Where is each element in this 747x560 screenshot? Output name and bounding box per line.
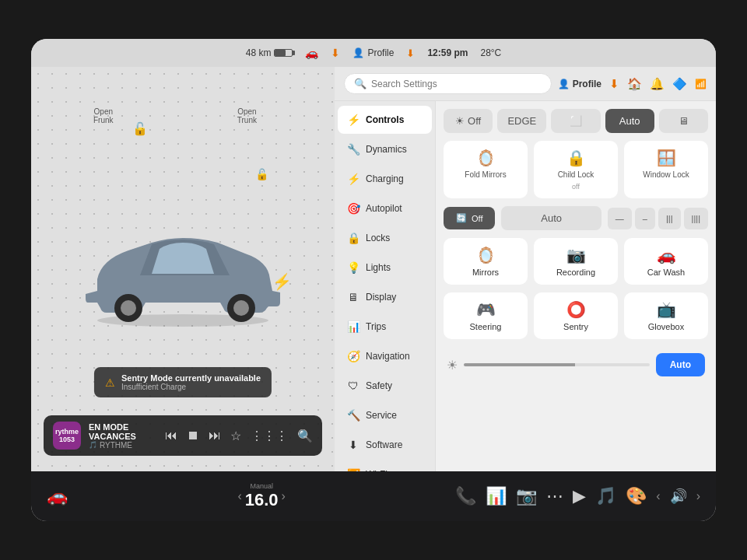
download-status-icon: ⬇: [331, 47, 340, 59]
svg-text:⚡: ⚡: [272, 272, 292, 291]
menu-item-software[interactable]: ⬇ Software: [338, 431, 432, 459]
radio-widget: rythme 1053 EN MODE VACANCES 🎵 RYTHME ⏮ …: [44, 415, 322, 456]
bluetooth-icon[interactable]: 🔷: [672, 77, 687, 91]
spotify-icon[interactable]: 🎵: [595, 486, 616, 506]
search-input[interactable]: [371, 79, 542, 89]
more-icon[interactable]: ⋯: [546, 486, 563, 506]
trips-icon: 📊: [347, 320, 359, 333]
sentry-warning: ⚠ Sentry Mode currently unavailable Insu…: [94, 367, 272, 397]
window-lock-icon: 🪟: [657, 149, 676, 167]
mirrors-action-card[interactable]: 🪞 Mirrors: [444, 238, 528, 285]
brightness-slider[interactable]: [464, 363, 650, 366]
radio-controls[interactable]: ⏮ ⏹ ⏭ ☆ ⋮⋮⋮ 🔍: [165, 429, 313, 443]
home-icon[interactable]: 🏠: [627, 77, 642, 91]
mode-edge-btn[interactable]: EDGE: [497, 109, 546, 133]
range-value: 48 km: [246, 47, 272, 58]
vol-right-arrow[interactable]: ›: [696, 489, 700, 503]
fold-mirrors-icon: 🪞: [476, 149, 496, 167]
search-input-wrap[interactable]: 🔍: [344, 73, 552, 94]
steering-card[interactable]: 🎮 Steering: [444, 292, 528, 339]
phone-icon[interactable]: 📞: [455, 486, 476, 506]
dynamics-label: Dynamics: [366, 144, 407, 155]
gear-left-arrow[interactable]: ‹: [237, 489, 241, 503]
gear-value: 16.0: [245, 490, 279, 510]
gear-right-arrow[interactable]: ›: [282, 489, 286, 503]
gear-display: Manual 16.0: [245, 482, 279, 510]
profile-header[interactable]: 👤 Profile: [558, 79, 601, 89]
next-button[interactable]: ⏭: [209, 429, 221, 443]
wiper-icon: 🔄: [456, 213, 467, 223]
trips-label: Trips: [366, 321, 386, 332]
child-lock-icon: 🔒: [566, 149, 586, 167]
vol-left-arrow[interactable]: ‹: [656, 489, 660, 503]
auto-brightness-btn[interactable]: Auto: [656, 353, 705, 376]
radio-taskbar-icon[interactable]: 📊: [486, 486, 507, 506]
search-radio-button[interactable]: 🔍: [297, 429, 313, 443]
wiper-speed-3[interactable]: |||: [658, 208, 681, 229]
volume-icon[interactable]: 🔊: [670, 488, 687, 505]
apps-icon[interactable]: 🎨: [626, 486, 647, 506]
software-label: Software: [366, 439, 402, 450]
child-lock-card[interactable]: 🔒 Child Lock off: [534, 141, 618, 198]
menu-item-charging[interactable]: ⚡ Charging: [338, 165, 432, 193]
wipers-auto-btn[interactable]: Auto: [501, 206, 601, 230]
door-lock-icon: 🔓: [255, 168, 268, 180]
wiper-speed-4[interactable]: ||||: [684, 208, 708, 229]
menu-item-display[interactable]: 🖥 Display: [338, 283, 432, 311]
car-wash-card[interactable]: 🚗 Car Wash: [624, 238, 708, 285]
lights-icon: 💡: [347, 261, 359, 274]
car-taskbar-icon: 🚗: [47, 486, 68, 506]
recording-card[interactable]: 📷 Recording: [534, 238, 618, 285]
mode-off-btn[interactable]: ☀ Off: [444, 109, 493, 133]
equalizer-button[interactable]: ⋮⋮⋮: [251, 429, 288, 443]
menu-item-controls[interactable]: ⚡ Controls: [338, 106, 432, 134]
navigation-label: Navigation: [366, 351, 410, 362]
gear-label: Manual: [250, 482, 273, 490]
menu-item-trips[interactable]: 📊 Trips: [338, 313, 432, 341]
wiper-speed-1[interactable]: —: [608, 208, 632, 229]
autopilot-icon: 🎯: [347, 202, 359, 215]
menu-item-dynamics[interactable]: 🔧 Dynamics: [338, 135, 432, 163]
status-bar: 48 km 🚗 ⬇ 👤 Profile ⬇ 12:59 pm 28°C: [31, 39, 716, 67]
right-panel: 🔍 👤 Profile ⬇ 🏠 🔔 🔷 📶: [335, 67, 716, 471]
wiper-speed-2[interactable]: –: [635, 208, 655, 229]
sun-icon: ☀: [455, 115, 465, 127]
open-trunk-label[interactable]: Open Trunk: [237, 107, 257, 124]
download-header-icon: ⬇: [609, 77, 619, 91]
menu-sidebar: ⚡ Controls 🔧 Dynamics ⚡ Charging 🎯 Autop…: [335, 101, 436, 471]
menu-item-wifi[interactable]: 📶 Wi-Fi: [338, 460, 432, 471]
status-profile[interactable]: 👤 Profile: [352, 47, 394, 58]
lights-label: Lights: [366, 262, 391, 273]
fold-mirrors-card[interactable]: 🪞 Fold Mirrors: [444, 141, 528, 198]
menu-item-service[interactable]: 🔨 Service: [338, 401, 432, 429]
warning-icon: ⚠: [105, 376, 115, 389]
favorite-button[interactable]: ☆: [230, 429, 241, 443]
wiper-speed-buttons: — – ||| ||||: [608, 208, 708, 229]
prev-button[interactable]: ⏮: [165, 429, 177, 443]
mode-5-btn[interactable]: 🖥: [659, 109, 708, 133]
window-lock-card[interactable]: 🪟 Window Lock: [624, 141, 708, 198]
menu-item-navigation[interactable]: 🧭 Navigation: [338, 342, 432, 370]
charging-icon: ⚡: [347, 173, 359, 185]
wipers-off-btn[interactable]: 🔄 Off: [444, 207, 495, 229]
controls-label: Controls: [366, 114, 404, 125]
bell-icon[interactable]: 🔔: [650, 77, 665, 91]
wipers-row: 🔄 Off Auto — – ||| ||||: [444, 206, 708, 230]
action-row-2: 🎮 Steering ⭕ Sentry 📺 Glovebox: [444, 292, 708, 339]
menu-item-autopilot[interactable]: 🎯 Autopilot: [338, 194, 432, 222]
controls-panel: ☀ Off EDGE ⬜ Auto 🖥: [436, 101, 716, 471]
autopilot-label: Autopilot: [366, 203, 402, 214]
menu-item-lights[interactable]: 💡 Lights: [338, 254, 432, 282]
play-icon[interactable]: ▶: [573, 486, 586, 506]
menu-item-safety[interactable]: 🛡 Safety: [338, 372, 432, 400]
camera-taskbar-icon[interactable]: 📷: [516, 486, 537, 506]
mode-3-btn[interactable]: ⬜: [551, 109, 600, 133]
sentry-card[interactable]: ⭕ Sentry: [534, 292, 618, 339]
menu-item-locks[interactable]: 🔒 Locks: [338, 224, 432, 252]
open-frunk-label[interactable]: Open Frunk: [93, 107, 114, 124]
taskbar-left: 🚗: [47, 486, 68, 506]
glovebox-card[interactable]: 📺 Glovebox: [624, 292, 708, 339]
stop-button[interactable]: ⏹: [187, 429, 199, 443]
mode-auto-btn[interactable]: Auto: [605, 109, 654, 133]
header-icons: 👤 Profile ⬇ 🏠 🔔 🔷 📶: [558, 77, 707, 91]
